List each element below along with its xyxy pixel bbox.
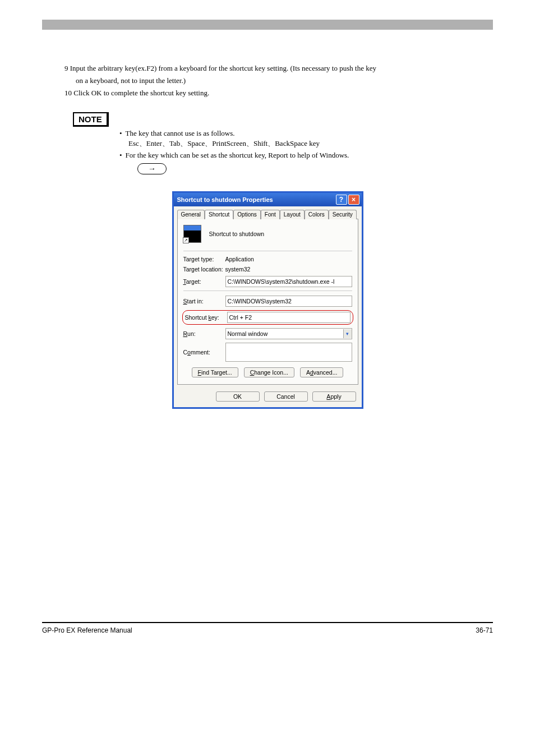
tab-general[interactable]: General [177, 210, 205, 219]
step-9-line1: 9 Input the arbitrary key(ex.F2) from a … [64, 63, 493, 73]
comment-input[interactable] [225, 343, 352, 362]
shortcut-file-icon [183, 225, 201, 243]
comment-label: Comment: [183, 349, 225, 356]
tab-shortcut[interactable]: Shortcut [205, 210, 233, 219]
properties-dialog: Shortcut to shutdown Properties ? × Gene… [172, 191, 363, 409]
separator [183, 251, 352, 251]
note-bullet-2: For the key which can be set as the shor… [126, 151, 349, 160]
bullet-dot: • [119, 151, 122, 160]
target-input[interactable] [225, 276, 352, 287]
tab-font[interactable]: Font [261, 210, 280, 219]
footer-right: 36-71 [476, 626, 493, 634]
close-icon[interactable]: × [348, 195, 359, 205]
note-label: NOTE [73, 112, 109, 127]
tab-body: Shortcut to shutdown Target type: Applic… [177, 219, 358, 385]
dialog-titlebar[interactable]: Shortcut to shutdown Properties ? × [174, 193, 362, 206]
change-icon-button[interactable]: Change Icon... [244, 367, 294, 377]
find-target-button[interactable]: Find Target... [192, 367, 238, 377]
run-value: Normal window [228, 330, 268, 337]
shortcut-key-input[interactable] [227, 312, 350, 323]
shortcut-name-label: Shortcut to shutdown [209, 231, 265, 237]
note-bullet-1b: Esc、Enter、Tab、Space、PrintScreen、Shift、Ba… [128, 138, 493, 149]
header-bar [42, 20, 493, 30]
tab-colors[interactable]: Colors [305, 210, 329, 219]
help-icon[interactable]: ? [336, 195, 347, 205]
tab-strip: General Shortcut Options Font Layout Col… [174, 206, 362, 219]
chevron-down-icon[interactable]: ▾ [343, 329, 352, 338]
shortcut-key-label: Shortcut key: [185, 314, 227, 321]
step-9-line2: on a keyboard, not to input the letter.) [76, 76, 493, 86]
note-bullet-1a: The key that cannot use is as follows. [126, 129, 235, 138]
run-select[interactable]: Normal window ▾ [225, 328, 352, 339]
run-label: Run: [183, 330, 225, 337]
footer-left: GP-Pro EX Reference Manual [42, 626, 132, 634]
start-in-label: Start in: [183, 298, 225, 305]
target-type-value: Application [225, 256, 254, 262]
page-footer: GP-Pro EX Reference Manual 36-71 [42, 622, 493, 634]
ok-button[interactable]: OK [216, 391, 260, 402]
target-location-label: Target location: [183, 266, 225, 273]
advanced-button[interactable]: Advanced... [300, 367, 343, 377]
highlight-annotation: Shortcut key: [182, 310, 353, 325]
dialog-title: Shortcut to shutdown Properties [177, 196, 273, 203]
tab-security[interactable]: Security [329, 210, 357, 219]
tab-layout[interactable]: Layout [280, 210, 305, 219]
start-in-input[interactable] [225, 296, 352, 307]
separator [183, 291, 352, 291]
arrow-pill-icon: → [137, 163, 167, 174]
target-label: Target: [183, 278, 225, 285]
tab-options[interactable]: Options [233, 210, 260, 219]
bullet-dot: • [119, 129, 122, 138]
step-10: 10 Click OK to complete the shortcut key… [64, 88, 493, 98]
apply-button[interactable]: Apply [312, 391, 356, 402]
target-type-label: Target type: [183, 256, 225, 262]
cancel-button[interactable]: Cancel [264, 391, 308, 402]
target-location-value: system32 [225, 266, 251, 273]
